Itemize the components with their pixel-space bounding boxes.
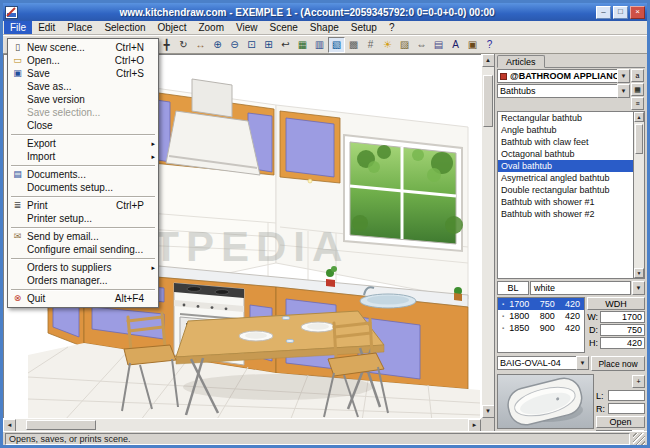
list-scroll-track[interactable]	[634, 122, 644, 268]
file-menu-documents[interactable]: ▤ Documents...	[9, 168, 157, 181]
grid-icon[interactable]: #	[362, 37, 379, 53]
canvas-vertical-scrollbar[interactable]: ▲ ▼	[481, 54, 494, 418]
reference-combo[interactable]: BAIG-OVAL-04 ▼	[497, 356, 589, 370]
size-row[interactable]: ▪ 1850 900 420	[498, 322, 584, 334]
menu-selection[interactable]: Selection	[98, 21, 151, 34]
file-menu-save-as[interactable]: Save as...	[9, 80, 157, 93]
rotate-icon[interactable]: ↻	[175, 37, 192, 53]
file-menu-printer-setup[interactable]: Printer setup...	[9, 212, 157, 225]
menu-scene[interactable]: Scene	[263, 21, 303, 34]
finish-name[interactable]: white	[530, 281, 631, 295]
menu-shape[interactable]: Shape	[304, 21, 345, 34]
article-list-item[interactable]: Bathtub with shower #2	[498, 208, 633, 220]
resize-grip[interactable]	[633, 433, 645, 445]
article-list-item[interactable]: Oval bathtub	[498, 160, 633, 172]
file-menu-export[interactable]: Export	[9, 137, 157, 150]
place-now-button[interactable]: Place now	[591, 356, 645, 371]
catalog-icon[interactable]: ▤	[430, 37, 447, 53]
file-menu-open[interactable]: ▭ Open... Ctrl+O	[9, 54, 157, 67]
zoom-window-icon[interactable]: ⊡	[243, 37, 260, 53]
file-menu-save[interactable]: ▣ Save Ctrl+S	[9, 67, 157, 80]
catalog-dropdown-button[interactable]: ▼	[617, 69, 630, 83]
menu-setup[interactable]: Setup	[345, 21, 383, 34]
horizontal-scroll-track[interactable]	[16, 419, 468, 431]
scroll-down-button[interactable]: ▼	[482, 405, 495, 418]
titlebar[interactable]: www.kitchendraw.com - EXEMPLE 1 - (Accou…	[3, 3, 647, 21]
menu-edit[interactable]: Edit	[32, 21, 61, 34]
image-view-button[interactable]: ▦	[631, 83, 644, 96]
measure-icon[interactable]: ↔	[192, 37, 209, 53]
wdh-button[interactable]: WDH	[587, 297, 645, 310]
menu-object[interactable]: Object	[152, 21, 193, 34]
file-menu-new-scene[interactable]: ▯ New scene... Ctrl+N	[9, 41, 157, 54]
file-menu-orders-manager[interactable]: Orders manager...	[9, 274, 157, 287]
plan-view-icon[interactable]: ▦	[294, 37, 311, 53]
size-row[interactable]: ▪ 1700 750 420	[498, 298, 584, 310]
file-menu-save-version[interactable]: Save version	[9, 93, 157, 106]
zoom-all-icon[interactable]: ⊞	[260, 37, 277, 53]
file-menu-send-email[interactable]: ✉ Send by email...	[9, 230, 157, 243]
file-menu-quit[interactable]: ⊗ Quit Alt+F4	[9, 292, 157, 305]
zoom-out-icon[interactable]: ⊖	[226, 37, 243, 53]
menu-place[interactable]: Place	[61, 21, 98, 34]
scroll-right-button[interactable]: ►	[468, 419, 481, 432]
maximize-button[interactable]: □	[613, 6, 628, 19]
menu-zoom[interactable]: Zoom	[192, 21, 230, 34]
article-list-item[interactable]: Bathtub with shower #1	[498, 196, 633, 208]
catalog-combo[interactable]: @BATHROOM APPLIANCES ▼	[497, 69, 630, 83]
menu-help[interactable]: ?	[383, 21, 401, 34]
article-list-item[interactable]: Bathtub with claw feet	[498, 136, 633, 148]
depth-field[interactable]: 750	[600, 324, 645, 336]
vertical-scroll-thumb[interactable]	[483, 75, 493, 127]
category-combo[interactable]: Bathtubs ▼	[497, 84, 630, 98]
tab-articles[interactable]: Articles	[497, 55, 545, 68]
reference-dropdown-button[interactable]: ▼	[576, 356, 589, 370]
article-list-item[interactable]: Angle bathtub	[498, 124, 633, 136]
move-icon[interactable]: ╋	[158, 37, 175, 53]
article-list-scrollbar[interactable]: ▲ ▼	[633, 112, 644, 278]
article-list-item[interactable]: Double rectangular bathtub	[498, 184, 633, 196]
text-mode-icon[interactable]: A	[447, 37, 464, 53]
finish-code[interactable]: BL	[497, 281, 529, 295]
file-menu-close[interactable]: Close	[9, 119, 157, 132]
lighting-icon[interactable]: ☀	[379, 37, 396, 53]
category-dropdown-button[interactable]: ▼	[617, 84, 630, 98]
dimension-icon[interactable]: ⇔	[413, 37, 430, 53]
file-menu-orders-suppliers[interactable]: Orders to suppliers	[9, 261, 157, 274]
width-field[interactable]: 1700	[600, 311, 645, 323]
previous-view-icon[interactable]: ↩	[277, 37, 294, 53]
list-view-button[interactable]: ≡	[631, 97, 644, 110]
size-row[interactable]: ▪ 1800 800 420	[498, 310, 584, 322]
article-list-item[interactable]: Rectangular bathtub	[498, 112, 633, 124]
minimize-button[interactable]: –	[596, 6, 611, 19]
image-mode-icon[interactable]: ▣	[464, 37, 481, 53]
elevation-view-icon[interactable]: ▥	[311, 37, 328, 53]
l-field[interactable]	[608, 390, 645, 401]
file-menu-configure-email[interactable]: Configure email sending...	[9, 243, 157, 256]
article-preview[interactable]	[497, 374, 594, 429]
help-icon[interactable]: ?	[481, 37, 498, 53]
menu-view[interactable]: View	[230, 21, 264, 34]
list-scroll-up-button[interactable]: ▲	[634, 112, 644, 122]
article-list-item[interactable]: Asymetrical angled bathtub	[498, 172, 633, 184]
finish-dropdown-button[interactable]: ▼	[632, 281, 645, 295]
open-button[interactable]: Open	[596, 416, 645, 428]
walls-icon[interactable]: ▩	[345, 37, 362, 53]
pivot-point-button[interactable]: +	[632, 375, 645, 388]
scroll-up-button[interactable]: ▲	[482, 54, 495, 67]
file-menu-save-selection[interactable]: Save selection...	[9, 106, 157, 119]
file-menu-import[interactable]: Import	[9, 150, 157, 163]
file-menu-documents-setup[interactable]: Documents setup...	[9, 181, 157, 194]
list-scroll-thumb[interactable]	[635, 124, 643, 154]
perspective-view-icon[interactable]: ▧	[328, 37, 345, 53]
scroll-left-button[interactable]: ◄	[3, 419, 16, 432]
file-menu-print[interactable]: ≣ Print Ctrl+P	[9, 199, 157, 212]
canvas-horizontal-scrollbar[interactable]: ◄ ►	[3, 418, 481, 431]
close-button[interactable]: ×	[630, 6, 645, 19]
horizontal-scroll-thumb[interactable]	[26, 420, 96, 430]
menu-file[interactable]: File	[4, 21, 32, 34]
height-field[interactable]: 420	[600, 337, 645, 349]
article-list-item[interactable]: Octagonal bathtub	[498, 148, 633, 160]
list-scroll-down-button[interactable]: ▼	[634, 268, 644, 278]
vertical-scroll-track[interactable]	[482, 67, 494, 405]
